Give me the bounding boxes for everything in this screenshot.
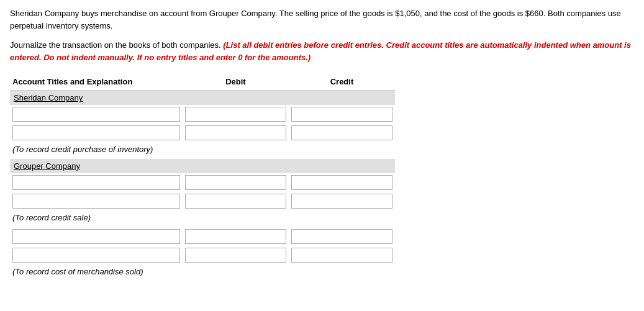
credit-cell-1-0 [289, 173, 395, 192]
account-input-2-0[interactable] [12, 229, 180, 244]
intro-paragraph: Sheridan Company buys merchandise on acc… [10, 7, 634, 32]
note-row-1: (To record credit sale) [10, 210, 395, 227]
account-header: Account Titles and Explanation [10, 73, 183, 91]
note-text-0: (To record credit purchase of inventory) [10, 142, 395, 159]
note-text-2: (To record cost of merchandise sold) [10, 264, 395, 281]
section-label-1: Grouper Company [10, 159, 395, 173]
section-label-text-1: Grouper Company [14, 161, 80, 171]
debit-cell-1-0 [183, 173, 289, 192]
debit-input-0-0[interactable] [185, 107, 286, 122]
account-input-1-0[interactable] [12, 175, 180, 190]
account-cell-1-1 [10, 192, 183, 210]
account-input-0-1[interactable] [12, 125, 180, 140]
table-header-row: Account Titles and Explanation Debit Cre… [10, 73, 395, 91]
debit-input-2-1[interactable] [185, 248, 286, 263]
table-row [10, 227, 395, 246]
account-input-1-1[interactable] [12, 194, 180, 209]
account-input-2-1[interactable] [12, 248, 180, 263]
debit-input-1-1[interactable] [185, 194, 286, 209]
section-label-row-1: Grouper Company [10, 159, 395, 173]
account-cell-2-0 [10, 227, 183, 246]
instruction-prefix: Journalize the transaction on the books … [10, 40, 221, 50]
credit-header: Credit [289, 73, 395, 91]
table-row [10, 173, 395, 192]
note-row-0: (To record credit purchase of inventory) [10, 142, 395, 159]
table-row [10, 105, 395, 124]
journal-table: Account Titles and Explanation Debit Cre… [10, 73, 395, 281]
credit-cell-1-1 [289, 192, 395, 210]
debit-cell-2-1 [183, 246, 289, 264]
note-row-2: (To record cost of merchandise sold) [10, 264, 395, 281]
table-row [10, 246, 395, 264]
credit-cell-0-1 [289, 124, 395, 142]
section-label-row-0: Sheridan Company [10, 91, 395, 106]
account-input-0-0[interactable] [12, 107, 180, 122]
debit-input-2-0[interactable] [185, 229, 286, 244]
debit-header: Debit [183, 73, 289, 91]
credit-cell-0-0 [289, 105, 395, 124]
credit-input-0-1[interactable] [291, 125, 392, 140]
debit-input-1-0[interactable] [185, 175, 286, 190]
debit-cell-0-1 [183, 124, 289, 142]
credit-input-1-1[interactable] [291, 194, 392, 209]
table-row [10, 124, 395, 142]
account-cell-0-1 [10, 124, 183, 142]
account-cell-0-0 [10, 105, 183, 124]
debit-cell-2-0 [183, 227, 289, 246]
credit-cell-2-0 [289, 227, 395, 246]
note-text-1: (To record credit sale) [10, 210, 395, 227]
credit-cell-2-1 [289, 246, 395, 264]
credit-input-2-1[interactable] [291, 248, 392, 263]
section-label-0: Sheridan Company [10, 91, 395, 106]
account-cell-2-1 [10, 246, 183, 264]
table-row [10, 192, 395, 210]
debit-cell-1-1 [183, 192, 289, 210]
instruction-paragraph: Journalize the transaction on the books … [10, 39, 634, 63]
section-label-text-0: Sheridan Company [14, 93, 83, 102]
credit-input-2-0[interactable] [291, 229, 392, 244]
credit-input-1-0[interactable] [291, 175, 392, 190]
debit-input-0-1[interactable] [185, 125, 286, 140]
account-cell-1-0 [10, 173, 183, 192]
debit-cell-0-0 [183, 105, 289, 124]
credit-input-0-0[interactable] [291, 107, 392, 122]
